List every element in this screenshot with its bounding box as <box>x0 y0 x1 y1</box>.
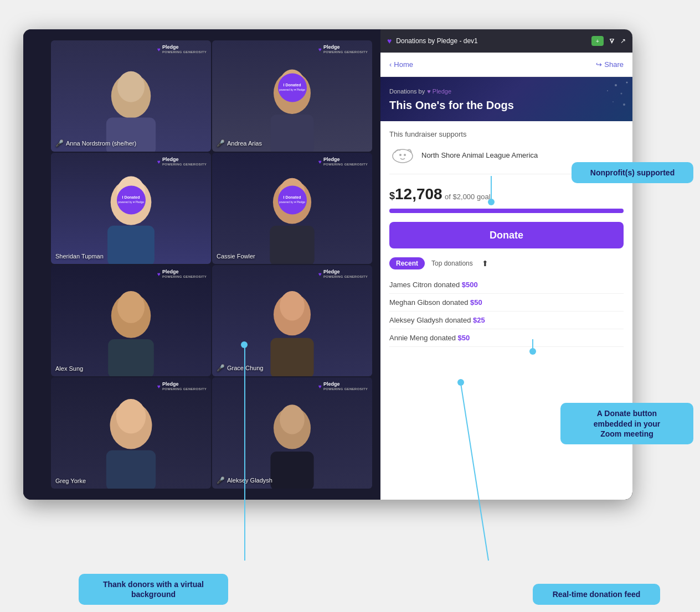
mute-icon-andrea: 🎤 <box>217 139 225 147</box>
pledge-heart-icon-4: ♥ <box>318 159 322 165</box>
filter-icon[interactable]: ⛛ <box>608 37 616 45</box>
goal-amount: $12,708 of $2,000 goal <box>389 185 624 203</box>
svg-point-40 <box>404 154 406 156</box>
callout-realtime: Real-time donation feed <box>533 584 660 605</box>
pledge-logo-greg: ♥ Pledge POWERING GENEROSITY <box>157 382 207 391</box>
tab-recent[interactable]: Recent <box>389 257 425 269</box>
participant-name-grace: 🎤 Grace Chung <box>217 364 263 372</box>
tab-top-donations[interactable]: Top donations <box>431 260 473 267</box>
topbar-btn-green[interactable]: + <box>591 36 604 46</box>
donation-amount-1: $50 <box>470 298 482 307</box>
svg-point-34 <box>607 90 608 91</box>
pledge-heart-icon-3: ♥ <box>157 159 161 165</box>
video-cell-aleksey: ♥ Pledge POWERING GENEROSITY 🎤 Aleksey G… <box>212 377 372 489</box>
video-cell-anna: ♥ Pledge POWERING GENEROSITY 🎤 Anna Nord… <box>51 40 211 152</box>
donor-name-0: James Citron donated <box>389 281 462 289</box>
video-cell-alex: ♥ Pledge POWERING GENEROSITY Alex Sung <box>51 265 211 376</box>
svg-point-32 <box>615 84 617 86</box>
share-label: Share <box>604 60 624 69</box>
pledge-brand-sub-7: POWERING GENEROSITY <box>162 387 207 391</box>
zoom-grid: ♥ Pledge POWERING GENEROSITY 🎤 Anna Nord… <box>23 29 383 500</box>
donor-name-2: Aleksey Gladysh donated <box>389 316 473 324</box>
pledge-brand-name-7: Pledge <box>162 382 207 387</box>
video-cell-cassie: ♥ Pledge POWERING GENEROSITY I Donated p… <box>212 153 372 264</box>
svg-rect-28 <box>106 450 156 489</box>
pledge-logo-grace: ♥ Pledge POWERING GENEROSITY <box>318 269 368 278</box>
svg-rect-13 <box>270 115 313 152</box>
pledge-brand-sub-3: POWERING GENEROSITY <box>162 163 207 167</box>
pledge-brand-name-5: Pledge <box>162 269 207 275</box>
donation-amount-3: $50 <box>458 334 470 342</box>
pledge-brand-name-8: Pledge <box>323 382 368 387</box>
main-container: ♥ Pledge POWERING GENEROSITY 🎤 Anna Nord… <box>23 29 677 572</box>
pledge-heart-icon-8: ♥ <box>318 383 322 390</box>
share-button[interactable]: ↪ Share <box>596 60 624 69</box>
pledge-brand-sub-6: POWERING GENEROSITY <box>323 275 368 279</box>
plus-icon: + <box>596 38 599 44</box>
svg-point-36 <box>612 101 614 102</box>
svg-point-24 <box>280 291 305 321</box>
svg-rect-16 <box>107 226 155 264</box>
back-button[interactable]: ‹ Home <box>389 60 413 69</box>
callout-donate: A Donate buttonembedded in yourZoom meet… <box>560 403 693 444</box>
dollar-sign: $ <box>389 190 395 201</box>
svg-point-27 <box>116 399 146 434</box>
pledge-brand-name-3: Pledge <box>162 157 207 163</box>
goal-text: of $2,000 goal <box>445 193 490 201</box>
svg-rect-19 <box>270 226 314 264</box>
i-donated-badge-cassie: I Donated powered by ♥ Pledge <box>278 185 307 214</box>
panel-topbar: ♥ Donations by Pledge - dev1 + ⛛ ↗ <box>380 29 632 53</box>
topbar-actions: + ⛛ ↗ <box>591 36 626 46</box>
svg-rect-25 <box>270 338 313 376</box>
i-donated-badge-andrea: I Donated powered by ♥ Pledge <box>278 73 307 102</box>
external-link-icon[interactable]: ↗ <box>620 37 626 45</box>
panel-title: Donations by Pledge - dev1 <box>396 37 587 45</box>
svg-point-37 <box>623 103 625 106</box>
cursor-icon: ⬆ <box>482 259 488 268</box>
video-cell-andrea: ♥ Pledge POWERING GENEROSITY I Donated p… <box>212 40 372 152</box>
svg-point-39 <box>399 154 402 156</box>
share-arrow-icon: ↪ <box>596 60 602 69</box>
pledge-heart-icon-6: ♥ <box>318 271 322 277</box>
back-label: Home <box>394 60 413 69</box>
donation-amount-0: $500 <box>462 281 478 289</box>
mute-icon-aleksey: 🎤 <box>217 476 225 484</box>
participant-name-sheridan: Sheridan Tupman <box>55 253 104 260</box>
pledge-brand-name-2: Pledge <box>323 45 368 50</box>
video-cell-sheridan: ♥ Pledge POWERING GENEROSITY I Donated p… <box>51 153 211 264</box>
video-cell-greg: ♥ Pledge POWERING GENEROSITY Greg Yorke <box>51 377 211 489</box>
pledge-heart-icon-7: ♥ <box>157 383 161 390</box>
donation-row-2: Aleksey Gladysh donated $25 <box>389 312 624 329</box>
donation-amount-2: $25 <box>473 316 485 324</box>
pledge-brand-sub-2: POWERING GENEROSITY <box>323 50 368 54</box>
pledge-logo-anna: ♥ Pledge POWERING GENEROSITY <box>157 45 207 54</box>
donation-row-3: Annie Meng donated $50 <box>389 329 624 347</box>
amount-number: 12,708 <box>395 185 442 203</box>
pledge-logo-alex: ♥ Pledge POWERING GENEROSITY <box>157 269 207 278</box>
svg-point-21 <box>117 291 145 323</box>
progress-bar-container <box>389 209 624 213</box>
fundraiser-supports-label: This fundraiser supports <box>389 130 624 138</box>
donor-name-1: Meghan Gibson donated <box>389 298 470 307</box>
video-cell-grace: ♥ Pledge POWERING GENEROSITY 🎤 Grace Chu… <box>212 265 372 376</box>
participant-name-andrea: 🎤 Andrea Arias <box>217 139 262 147</box>
pledge-brand-sub-4: POWERING GENEROSITY <box>323 163 368 167</box>
org-name: North Shore Animal League America <box>421 151 538 159</box>
callout-nonprofit: Nonprofit(s) supported <box>572 162 693 183</box>
donate-button[interactable]: Donate <box>389 222 624 248</box>
pledge-logo-sheridan: ♥ Pledge POWERING GENEROSITY <box>157 157 207 166</box>
svg-point-35 <box>626 82 628 84</box>
participant-name-aleksey: 🎤 Aleksey Gladysh <box>217 476 272 484</box>
pledge-brand-sub: POWERING GENEROSITY <box>162 50 207 54</box>
i-donated-badge-sheridan: I Donated powered by ♥ Pledge <box>117 185 146 214</box>
screenshot-frame: ♥ Pledge POWERING GENEROSITY 🎤 Anna Nord… <box>23 29 632 500</box>
panel-body: This fundraiser supports <box>380 121 632 356</box>
svg-point-30 <box>280 404 305 434</box>
participant-name-anna: 🎤 Anna Nordstrom (she/her) <box>55 139 136 147</box>
donation-row-1: Meghan Gibson donated $50 <box>389 294 624 312</box>
pledge-brand-name-6: Pledge <box>323 269 368 275</box>
pledge-brand-name-4: Pledge <box>323 157 368 163</box>
callout-virtual-bg: Thank donors with a virtual background <box>79 574 228 605</box>
pledge-logo-aleksey: ♥ Pledge POWERING GENEROSITY <box>318 382 368 391</box>
svg-point-33 <box>621 93 622 95</box>
